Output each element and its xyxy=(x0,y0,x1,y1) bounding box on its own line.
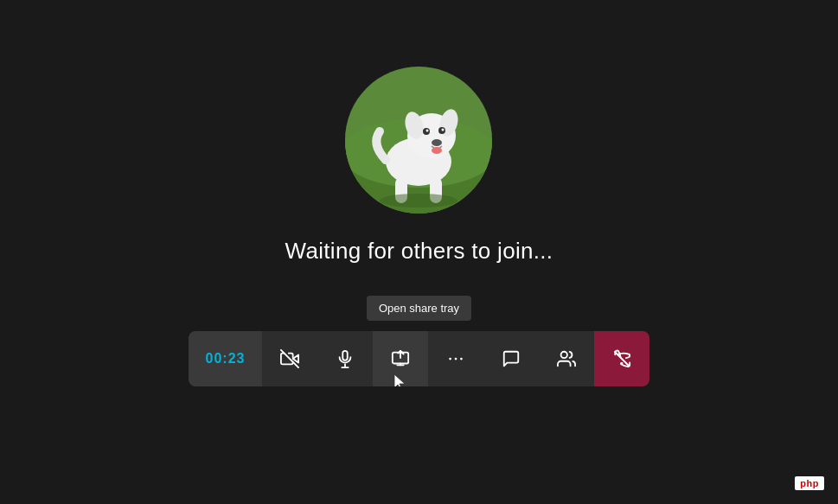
svg-point-27 xyxy=(561,351,567,357)
chat-button[interactable] xyxy=(483,331,539,386)
svg-point-25 xyxy=(455,357,457,360)
svg-point-11 xyxy=(442,128,445,131)
microphone-icon xyxy=(336,349,355,368)
cursor xyxy=(393,373,408,386)
svg-rect-17 xyxy=(343,350,349,360)
end-call-icon xyxy=(612,349,631,368)
end-call-button[interactable] xyxy=(594,331,649,386)
waiting-text: Waiting for others to join... xyxy=(285,238,553,265)
controls-bar: 00:23 xyxy=(189,331,650,386)
watermark-text: php xyxy=(800,478,819,488)
tooltip-container: Open share tray xyxy=(367,296,471,328)
svg-point-12 xyxy=(432,147,442,154)
camera-off-icon xyxy=(280,349,299,368)
svg-point-26 xyxy=(460,357,463,360)
participants-button[interactable] xyxy=(539,331,594,386)
participants-icon xyxy=(557,349,576,368)
svg-point-10 xyxy=(426,129,429,131)
microphone-button[interactable] xyxy=(317,331,373,386)
avatar xyxy=(345,67,492,214)
camera-button[interactable] xyxy=(262,331,317,386)
share-screen-icon xyxy=(391,349,410,368)
share-screen-button[interactable] xyxy=(373,331,428,386)
more-options-button[interactable] xyxy=(428,331,483,386)
svg-point-24 xyxy=(450,357,452,360)
svg-point-15 xyxy=(380,194,457,207)
chat-icon xyxy=(502,349,521,368)
share-tray-tooltip: Open share tray xyxy=(367,296,471,321)
main-content: Waiting for others to join... Open share… xyxy=(189,67,650,386)
call-timer: 00:23 xyxy=(189,331,263,386)
svg-point-7 xyxy=(432,139,442,146)
more-options-icon xyxy=(446,349,465,368)
watermark: php xyxy=(795,476,824,490)
